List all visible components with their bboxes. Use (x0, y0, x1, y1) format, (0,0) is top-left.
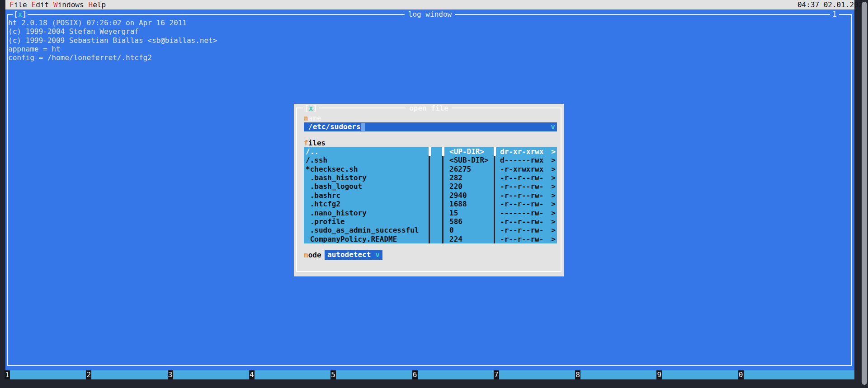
column-separator (494, 173, 495, 182)
file-list-row[interactable]: .bash_history 282 -r--r--rw- > (304, 173, 557, 182)
function-key-number: 7 (494, 370, 499, 379)
function-key[interactable]: 8 (575, 370, 656, 379)
more-columns-indicator: > (551, 217, 556, 226)
column-separator (494, 165, 495, 173)
file-name: .htcfg2 (306, 200, 340, 208)
function-key-number: 3 (168, 370, 173, 379)
column-separator (442, 165, 443, 173)
terminal-screen: File Edit Windows Help 04:37 02.01.2021 … (0, 0, 868, 388)
file-size: 224 (449, 235, 462, 243)
more-columns-indicator: > (551, 191, 556, 200)
file-size: 15 (449, 209, 458, 217)
more-columns-indicator: > (551, 165, 556, 173)
file-list-row[interactable]: *checksec.sh 26275 -r-xrwxrwx > (304, 165, 557, 173)
column-separator (429, 165, 430, 173)
file-name: /.. (306, 147, 319, 156)
file-permissions: -r--r--rw- (500, 182, 543, 191)
chevron-down-icon[interactable]: v (551, 122, 555, 131)
open-file-dialog: [x] open file name /etc/sudoers v files … (294, 104, 564, 276)
column-separator (442, 147, 444, 156)
log-window-number: 1 (830, 10, 839, 19)
column-separator (429, 217, 430, 226)
file-size: 1688 (449, 200, 467, 208)
log-window-title: log window (405, 10, 455, 19)
file-list-row[interactable]: .nano_history 15 -------rw- > (304, 209, 557, 217)
function-key[interactable]: 5 (330, 370, 411, 379)
file-size: 586 (449, 217, 462, 226)
log-window: [x] log window 1 ht 2.0.18 (POSIX) 07:26… (5, 9, 854, 370)
file-list-row[interactable]: .sudo_as_admin_successful 0 -r--r--rw- > (304, 226, 557, 234)
function-key-number: 8 (575, 370, 580, 379)
more-columns-indicator: > (551, 235, 556, 243)
file-name: .profile (306, 217, 345, 226)
column-separator (429, 173, 430, 182)
more-columns-indicator: > (551, 200, 556, 208)
column-separator (494, 182, 495, 191)
function-key[interactable]: 2 (86, 370, 167, 379)
log-line: (c) 1999-2009 Sebastian Biallas <sb@bial… (8, 36, 217, 45)
column-separator (494, 235, 495, 243)
clock: 04:37 02.01.2021 (797, 0, 867, 9)
file-list-row[interactable]: /.ssh <SUB-DIR> d------rwx > (304, 156, 557, 164)
file-size: 220 (449, 182, 462, 191)
column-separator (494, 209, 495, 217)
column-separator (442, 191, 443, 200)
column-separator (442, 200, 443, 208)
filename-input[interactable]: /etc/sudoers v (304, 122, 557, 131)
menu-help[interactable]: Help (89, 0, 106, 9)
function-key[interactable]: 7 (494, 370, 575, 379)
file-size: 0 (449, 226, 454, 234)
function-key[interactable]: 4 (249, 370, 330, 379)
function-key-number: 5 (330, 370, 336, 379)
column-separator (494, 191, 495, 200)
file-size: 282 (449, 173, 462, 182)
column-separator (494, 226, 495, 234)
file-permissions: -r--r--rw- (500, 191, 543, 200)
log-window-close-button[interactable]: [x] (13, 10, 28, 19)
menu-windows[interactable]: Windows (53, 0, 84, 9)
file-size: <SUB-DIR> (449, 156, 489, 164)
file-permissions: -r--r--rw- (500, 235, 543, 243)
more-columns-indicator: > (551, 209, 556, 217)
column-separator (429, 200, 430, 208)
scrollbar-thumb[interactable] (862, 2, 867, 385)
file-list-row[interactable]: .bash_logout 220 -r--r--rw- > (304, 182, 557, 191)
file-size: <UP-DIR> (449, 147, 484, 156)
log-line: config = /home/loneferret/.htcfg2 (8, 53, 217, 62)
column-separator (442, 226, 443, 234)
file-permissions: -------rw- (500, 209, 543, 217)
file-name: .bashrc (306, 191, 340, 200)
dialog-close-button[interactable]: [x] (303, 104, 319, 113)
column-separator (429, 209, 430, 217)
function-key[interactable]: 3 (168, 370, 249, 379)
function-key[interactable]: 6 (412, 370, 493, 379)
column-separator (429, 235, 430, 243)
more-columns-indicator: > (551, 173, 556, 182)
file-list-row[interactable]: .htcfg2 1688 -r--r--rw- > (304, 200, 557, 208)
menu-file[interactable]: File (9, 0, 27, 9)
file-list-row[interactable]: CompanyPolicy.README 224 -r--r--rw- > (304, 235, 557, 243)
file-permissions: -r--r--rw- (500, 173, 543, 182)
file-list-row[interactable]: /.. <UP-DIR> dr-xr-xrwx > (304, 147, 557, 156)
filename-value: /etc/sudoers (304, 122, 361, 131)
file-list-row[interactable]: .profile 586 -r--r--rw- > (304, 217, 557, 226)
function-key[interactable]: 9 (656, 370, 737, 379)
column-separator (429, 226, 430, 234)
menu-edit[interactable]: Edit (32, 0, 49, 9)
column-separator (429, 191, 430, 200)
column-separator (442, 173, 443, 182)
mode-value: autodetect (327, 250, 371, 259)
file-name: .bash_history (306, 173, 367, 182)
dialog-title: open file (406, 104, 452, 113)
file-list-row[interactable]: .bashrc 2940 -r--r--rw- > (304, 191, 557, 200)
column-separator (442, 209, 443, 217)
function-key[interactable]: 1 (5, 370, 85, 379)
close-icon: x (18, 10, 23, 19)
name-label: name (304, 114, 321, 122)
close-icon: x (309, 104, 313, 112)
function-key[interactable]: 0 (738, 370, 819, 379)
log-line: (c) 1999-2004 Stefan Weyergraf (8, 27, 217, 36)
log-lines: ht 2.0.18 (POSIX) 07:26:02 on Apr 16 201… (8, 19, 217, 62)
function-key-number: 9 (656, 370, 662, 379)
mode-dropdown[interactable]: autodetect v (325, 250, 382, 260)
